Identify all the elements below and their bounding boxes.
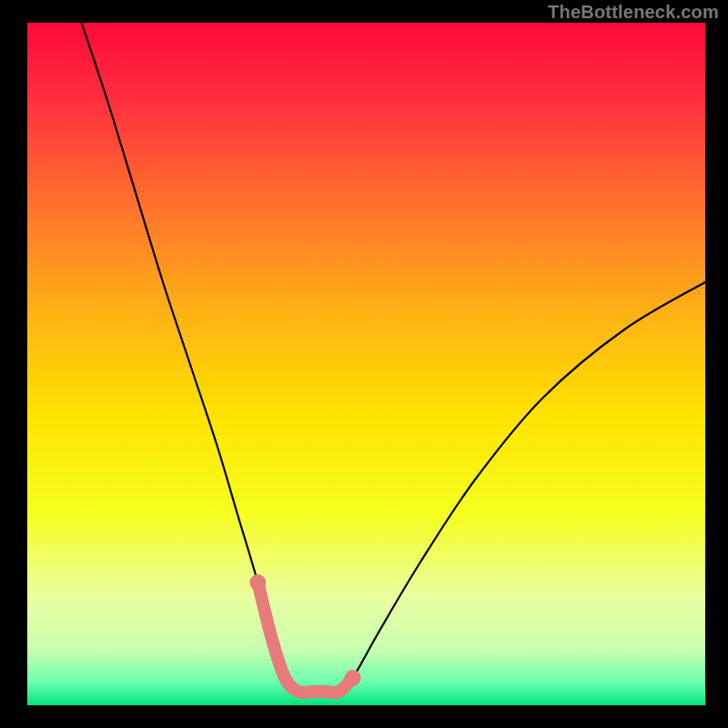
plot-background — [27, 23, 705, 705]
bottleneck-chart — [0, 0, 728, 728]
svg-point-1 — [345, 670, 361, 686]
chart-frame: TheBottleneck.com — [0, 0, 728, 728]
svg-point-0 — [249, 574, 266, 591]
